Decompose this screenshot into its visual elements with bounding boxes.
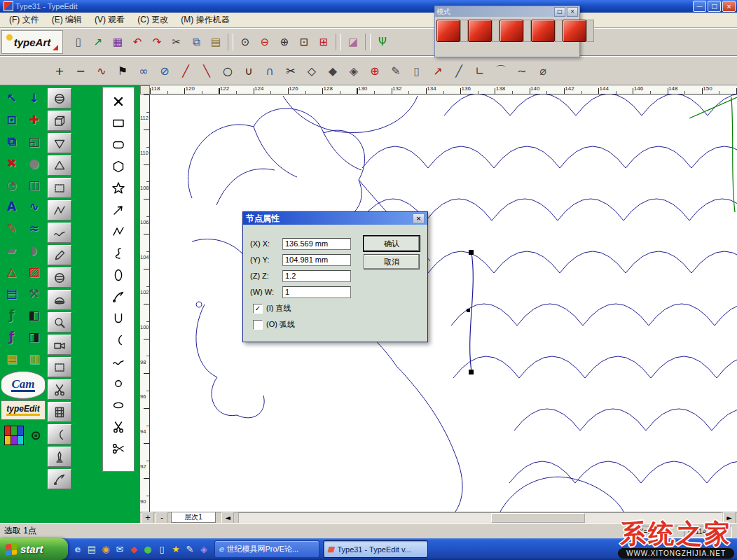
task-typeedit[interactable]: ■ Type31 - TypeEdit v... bbox=[323, 540, 428, 558]
redo-button[interactable]: ↷ bbox=[147, 33, 167, 52]
scissors-open-tool[interactable] bbox=[104, 438, 132, 459]
fx-green-tool[interactable]: ƒ bbox=[1, 305, 22, 325]
palette-maximize-button[interactable]: □ bbox=[554, 7, 565, 17]
snap-target-button[interactable]: ⊕ bbox=[364, 61, 385, 81]
arc-button[interactable]: ⌒ bbox=[490, 61, 511, 81]
finish-flag-button[interactable]: ⚑ bbox=[112, 61, 133, 81]
ball-3d-tool[interactable] bbox=[48, 267, 71, 288]
shape-stack-tool[interactable]: ◱ bbox=[24, 132, 44, 151]
protractor-tool[interactable]: ◔ bbox=[1, 175, 22, 195]
document-icon[interactable]: ▯ bbox=[156, 543, 168, 556]
rectangle-tool[interactable] bbox=[104, 112, 132, 134]
u-shape-tool[interactable] bbox=[104, 307, 132, 329]
dome-relief-tool[interactable]: ◗ bbox=[24, 240, 44, 260]
menu-file[interactable]: (F) 文件 bbox=[3, 13, 46, 27]
x-input[interactable] bbox=[282, 238, 351, 250]
wave-button[interactable]: ∼ bbox=[511, 61, 532, 81]
magnifier-icon[interactable]: ⊙ bbox=[27, 426, 45, 444]
sphere-tool[interactable]: ● bbox=[24, 153, 44, 173]
sphere-3d-tool[interactable] bbox=[48, 88, 71, 108]
dome-3d-tool[interactable] bbox=[48, 290, 71, 310]
selected-segment[interactable] bbox=[470, 253, 474, 372]
confirm-button[interactable]: 确认 bbox=[364, 236, 420, 251]
menu-edit[interactable]: (E) 编辑 bbox=[46, 13, 88, 27]
hatch-red-tool[interactable]: ▨ bbox=[24, 262, 44, 281]
edit-point-button[interactable]: ✎ bbox=[385, 61, 406, 81]
palette-close-button[interactable]: × bbox=[567, 7, 578, 17]
arc-checkbox[interactable]: (O) 弧线 bbox=[253, 319, 295, 330]
zoom-out-button[interactable]: ⊖ bbox=[255, 33, 275, 52]
media-player-icon[interactable]: ◉ bbox=[99, 543, 112, 556]
mode-icon[interactable] bbox=[563, 20, 586, 42]
menu-machine[interactable]: (M) 操作机器 bbox=[174, 13, 235, 27]
pencil-3d-tool[interactable] bbox=[48, 469, 71, 489]
w-input[interactable] bbox=[282, 286, 351, 298]
curve-mode-button[interactable]: ╲ bbox=[196, 61, 217, 81]
purple-icon[interactable]: ◈ bbox=[198, 543, 210, 556]
rounded-rect-tool[interactable] bbox=[104, 134, 132, 155]
show-desktop-icon[interactable]: ▤ bbox=[85, 543, 98, 556]
pencil-icon[interactable]: ✎ bbox=[184, 543, 196, 556]
mirror-tool[interactable]: ◫ bbox=[24, 175, 44, 195]
marquee-3d-tool[interactable] bbox=[48, 178, 71, 198]
mode-icon[interactable] bbox=[531, 20, 555, 42]
zoom-page-button[interactable]: ⊞ bbox=[314, 33, 333, 52]
pick-point-tool[interactable]: ↓ bbox=[24, 88, 44, 108]
chevron-down-icon[interactable] bbox=[555, 20, 563, 42]
delete-object-button[interactable]: ▯ bbox=[406, 61, 427, 81]
chevron-down-icon[interactable] bbox=[586, 20, 594, 42]
paste-button[interactable]: ▤ bbox=[206, 33, 226, 52]
mail-icon[interactable]: ✉ bbox=[113, 543, 126, 556]
menu-view[interactable]: (V) 观看 bbox=[88, 13, 131, 27]
zoom-window-button[interactable]: ⊡ bbox=[294, 33, 314, 52]
start-button[interactable]: start bbox=[0, 538, 68, 560]
remove-node-button[interactable]: − bbox=[70, 61, 91, 81]
line-mode-button[interactable]: ╱ bbox=[175, 61, 196, 81]
zigzag-line-tool[interactable] bbox=[104, 220, 132, 242]
task-proe-forum[interactable]: e 世纪模具网Pro/E论... bbox=[214, 540, 319, 558]
selection-handle[interactable] bbox=[469, 370, 474, 374]
shape-pair-tool[interactable]: ⧉ bbox=[1, 132, 22, 151]
arrow-tool[interactable] bbox=[104, 199, 132, 220]
zoom-button[interactable]: ⊙ bbox=[235, 33, 255, 52]
drawing-canvas[interactable] bbox=[150, 94, 737, 512]
lasso-tool[interactable]: ∿ bbox=[24, 197, 44, 216]
cancel-icon[interactable]: × bbox=[626, 526, 634, 537]
star-icon[interactable]: ★ bbox=[170, 543, 182, 556]
msn-icon[interactable]: ◆ bbox=[128, 543, 140, 556]
chevron-down-icon[interactable] bbox=[492, 20, 500, 42]
statue-3d-tool[interactable] bbox=[48, 447, 71, 467]
freehand-pen-button[interactable]: ∿ bbox=[91, 61, 112, 81]
pen-tool[interactable] bbox=[104, 286, 132, 307]
selection-handle[interactable] bbox=[469, 250, 474, 255]
grid-3d-tool[interactable] bbox=[48, 357, 71, 377]
ie-icon[interactable]: e bbox=[71, 543, 84, 556]
pyramid-up-tool[interactable] bbox=[48, 155, 71, 176]
curve-3d-tool[interactable] bbox=[48, 424, 71, 444]
selection-handle[interactable] bbox=[467, 309, 470, 312]
hatch-blue-tool[interactable]: ▤ bbox=[1, 284, 22, 303]
open-button[interactable]: ↗ bbox=[88, 33, 108, 52]
close-contour-button[interactable]: ○ bbox=[217, 61, 238, 81]
slope-tool[interactable]: ✎ bbox=[1, 218, 22, 238]
mode-typeart-button[interactable] bbox=[436, 20, 468, 42]
curve-edit-tool[interactable]: ≈ bbox=[24, 218, 44, 238]
mode-palette[interactable]: 模式 □ × bbox=[434, 6, 580, 57]
y-input[interactable] bbox=[282, 254, 351, 266]
marquee-select-tool[interactable]: ⊡ bbox=[1, 110, 22, 130]
chevron-down-icon[interactable] bbox=[460, 20, 468, 42]
zoom-in-button[interactable]: ⊕ bbox=[275, 33, 294, 52]
zigzag-3d-tool[interactable] bbox=[48, 200, 71, 220]
dialog-close-button[interactable]: × bbox=[413, 214, 425, 224]
new-document-button[interactable]: ▯ bbox=[69, 33, 88, 52]
cut-contour-button[interactable]: ✂ bbox=[280, 61, 301, 81]
hexagon-tool[interactable] bbox=[104, 155, 132, 177]
close-shape-tool[interactable] bbox=[104, 90, 132, 112]
extend-line-button[interactable]: ↗ bbox=[427, 61, 448, 81]
rgb-grid-icon[interactable] bbox=[4, 426, 24, 445]
contrast2-tool[interactable]: ◨ bbox=[24, 327, 44, 346]
line-checkbox[interactable]: (I) 直线 bbox=[253, 303, 291, 314]
cut-button[interactable]: ✂ bbox=[167, 33, 186, 52]
eraser-button[interactable]: ◪ bbox=[343, 33, 363, 52]
cube-3d-tool[interactable] bbox=[48, 111, 71, 131]
